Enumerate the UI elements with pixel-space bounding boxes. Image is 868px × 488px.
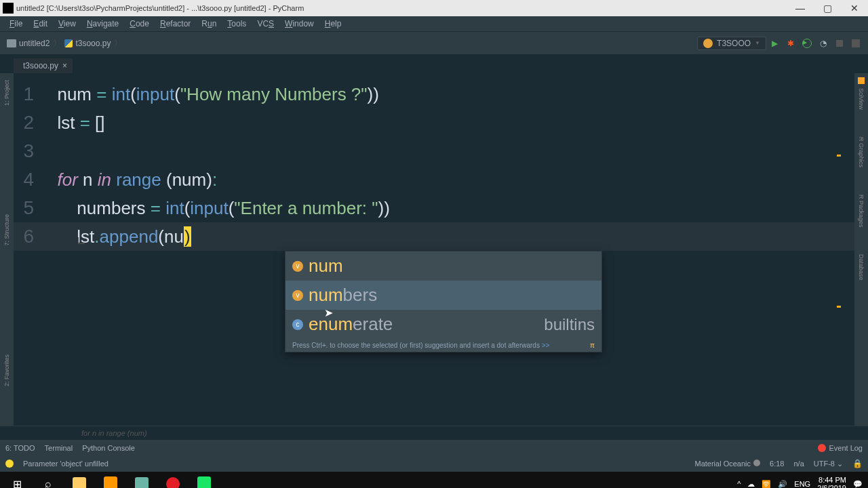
run-config-label: T3SOOO <box>717 39 751 48</box>
status-inspection: Parameter 'object' unfilled <box>23 460 108 468</box>
folder-icon <box>7 39 16 47</box>
menu-window[interactable]: Window <box>279 18 319 30</box>
tray-onedrive-icon[interactable]: ☁ <box>747 480 755 489</box>
main-area: 1: Project 7: Structure 2: Favorites 1 n… <box>0 73 868 426</box>
completion-hint: Press Ctrl+. to choose the selected (or … <box>285 339 601 352</box>
chevron-right-icon: 〉 <box>52 39 62 48</box>
navigation-bar: untitled2 〉 t3sooo.py 〉 T3SOOO ▼ ▶ ✱ ▶ ◔ <box>0 31 868 54</box>
tab-close-icon[interactable]: × <box>62 61 67 70</box>
search-button[interactable]: ⌕ <box>33 472 64 488</box>
profile-button[interactable]: ◔ <box>816 37 830 50</box>
breadcrumb-file[interactable]: t3sooo.py <box>62 39 113 48</box>
status-encoding[interactable]: UTF-8 ⌄ <box>814 460 843 468</box>
tool-favorites[interactable]: 2: Favorites <box>3 354 10 386</box>
taskbar-explorer[interactable] <box>64 472 95 488</box>
taskbar-pycharm[interactable] <box>189 472 220 488</box>
builtin-icon: c <box>292 319 303 330</box>
tab-label: t3sooo.py <box>23 61 58 70</box>
tool-event-log[interactable]: Event Log <box>818 444 863 452</box>
bulb-icon[interactable] <box>5 460 14 468</box>
menu-help[interactable]: Help <box>319 18 347 30</box>
window-titlebar: untitled2 [C:\Users\t3so\PycharmProjects… <box>0 0 868 16</box>
breadcrumb-project[interactable]: untitled2 <box>4 39 52 48</box>
breadcrumb-project-label: untitled2 <box>19 39 50 48</box>
search-everywhere-button[interactable] <box>849 37 863 50</box>
left-tool-strip: 1: Project 7: Structure 2: Favorites <box>0 73 14 426</box>
completion-popup: v num v numbers c enumerate builtins Pre… <box>285 251 602 352</box>
gutter-line-1: 1 <box>14 83 47 105</box>
tool-structure[interactable]: 7: Structure <box>3 214 10 246</box>
gutter-line-4: 4 <box>14 169 47 190</box>
tool-project[interactable]: 1: Project <box>3 80 10 106</box>
tray-clock[interactable]: 8:44 PM 2/6/2019 <box>817 476 846 488</box>
windows-taskbar: ⊞ ⌕ ^ ☁ 🛜 🔊 ENG 8:44 PM 2/6/2019 💬 <box>0 472 868 488</box>
gutter-line-5: 5 <box>14 197 47 219</box>
status-separator: n/a <box>793 460 804 468</box>
status-bar: Parameter 'object' unfilled Material Oce… <box>0 455 868 472</box>
tray-wifi-icon[interactable]: 🛜 <box>762 480 771 489</box>
editor-tabs: t3sooo.py × <box>0 54 868 73</box>
menu-code[interactable]: Code <box>124 18 155 30</box>
completion-item-num[interactable]: v num <box>285 251 601 281</box>
stop-button[interactable] <box>833 37 846 50</box>
menu-run[interactable]: Run <box>196 18 222 30</box>
right-tool-strip: SciView R Graphics R Packages Database <box>854 73 868 426</box>
status-theme[interactable]: Material Oceanic <box>695 460 761 468</box>
menu-vcs[interactable]: VCS <box>252 18 279 30</box>
run-configuration-selector[interactable]: T3SOOO ▼ <box>697 37 766 50</box>
coverage-button[interactable]: ▶ <box>800 37 814 50</box>
window-title: untitled2 [C:\Users\t3so\PycharmProjects… <box>16 4 304 12</box>
bottom-tool-bar: 6: TODO Terminal Python Console Event Lo… <box>0 439 868 455</box>
theme-dot-icon <box>753 460 760 466</box>
menu-refactor[interactable]: Refactor <box>155 18 196 30</box>
menu-file[interactable]: File <box>4 18 28 30</box>
notification-dot-icon <box>818 444 826 452</box>
completion-item-numbers[interactable]: v numbers <box>285 281 601 310</box>
error-stripe <box>837 155 841 308</box>
tray-sound-icon[interactable]: 🔊 <box>778 480 787 489</box>
tool-python-console[interactable]: Python Console <box>82 444 135 452</box>
chevron-down-icon: ▼ <box>755 40 760 46</box>
variable-icon: v <box>292 290 303 301</box>
gutter-line-6: 6 <box>14 226 47 247</box>
taskbar-opera[interactable] <box>157 472 189 488</box>
gutter-line-3: 3 <box>14 140 47 162</box>
completion-item-enumerate[interactable]: c enumerate builtins <box>285 310 601 339</box>
breadcrumb-file-label: t3sooo.py <box>75 39 111 48</box>
tool-rgraphics[interactable]: R Graphics <box>858 137 865 167</box>
close-button[interactable]: ✕ <box>841 0 868 16</box>
maximize-button[interactable]: ▢ <box>814 0 841 16</box>
gutter-line-2: 2 <box>14 112 47 134</box>
code-editor[interactable]: 1 num = int(input("How many Numbers ?"))… <box>14 73 854 426</box>
tool-todo[interactable]: 6: TODO <box>5 444 35 452</box>
lock-icon[interactable]: 🔒 <box>852 459 863 468</box>
taskbar-camtasia[interactable] <box>126 472 157 488</box>
tray-chevron-up-icon[interactable]: ^ <box>737 480 741 488</box>
minimize-button[interactable]: — <box>787 0 814 16</box>
menu-navigate[interactable]: Navigate <box>81 18 124 30</box>
menu-view[interactable]: View <box>53 18 81 30</box>
fold-indicator[interactable] <box>78 237 85 244</box>
status-position[interactable]: 6:18 <box>770 460 784 468</box>
start-button[interactable]: ⊞ <box>1 472 33 488</box>
tool-rpackages[interactable]: R Packages <box>858 195 865 228</box>
tool-database[interactable]: Database <box>858 254 865 281</box>
app-icon <box>3 3 14 14</box>
menu-bar: File Edit View Navigate Code Refactor Ru… <box>0 16 868 31</box>
tool-terminal[interactable]: Terminal <box>45 444 73 452</box>
tray-action-center-icon[interactable]: 💬 <box>853 480 863 489</box>
run-button[interactable]: ▶ <box>768 37 781 50</box>
python-file-icon <box>64 39 73 47</box>
tray-language[interactable]: ENG <box>794 480 810 488</box>
tab-t3sooo[interactable]: t3sooo.py × <box>14 58 73 73</box>
config-icon <box>703 39 713 48</box>
system-tray: ^ ☁ 🛜 🔊 ENG 8:44 PM 2/6/2019 💬 <box>737 476 867 488</box>
debug-button[interactable]: ✱ <box>784 37 797 50</box>
tool-sciview[interactable]: SciView <box>858 88 865 110</box>
menu-edit[interactable]: Edit <box>28 18 53 30</box>
inspection-indicator[interactable] <box>858 77 865 84</box>
taskbar-sublime[interactable] <box>95 472 126 488</box>
breadcrumb-context: for n in range (num) <box>0 426 868 439</box>
chevron-right-icon: 〉 <box>113 39 123 48</box>
menu-tools[interactable]: Tools <box>222 18 252 30</box>
